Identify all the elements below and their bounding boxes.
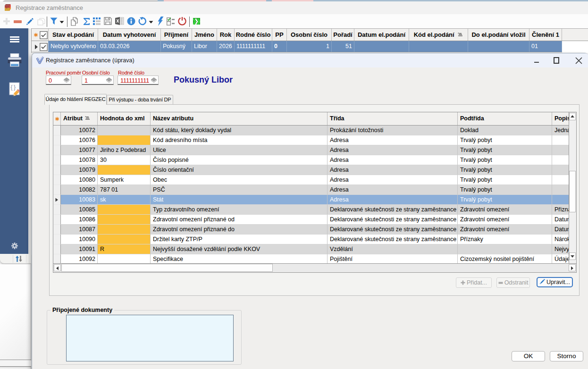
svg-text:{ }: { }: [11, 84, 16, 91]
